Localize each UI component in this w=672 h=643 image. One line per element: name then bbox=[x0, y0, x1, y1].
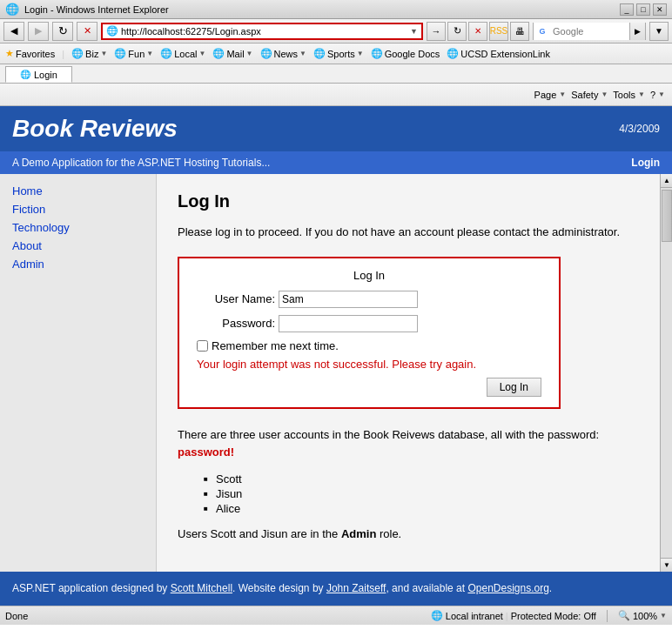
stop-icon-btn[interactable]: ✕ bbox=[468, 22, 487, 41]
search-go-button[interactable]: ▶ bbox=[629, 23, 645, 40]
fav-fun-arrow: ▼ bbox=[146, 50, 153, 57]
scrollbar[interactable]: ▲ ▼ bbox=[660, 174, 672, 572]
site-date: 4/3/2009 bbox=[619, 123, 660, 135]
login-tab[interactable]: 🌐 Login bbox=[5, 66, 72, 83]
status-zone: 🌐 Local intranet | Protected Mode: Off bbox=[431, 610, 596, 621]
close-button[interactable]: ✕ bbox=[653, 3, 667, 16]
fav-sports[interactable]: 🌐 Sports ▼ bbox=[313, 48, 364, 59]
fav-biz[interactable]: 🌐 Biz ▼ bbox=[71, 48, 107, 59]
help-dropdown-icon: ▼ bbox=[658, 90, 665, 98]
address-text: http://localhost:62275/Login.aspx bbox=[121, 26, 261, 37]
search-options-button[interactable]: ▼ bbox=[649, 22, 669, 41]
user-jisun: Jisun bbox=[204, 487, 639, 500]
status-bar: Done 🌐 Local intranet | Protected Mode: … bbox=[0, 606, 672, 625]
nav-fiction[interactable]: Fiction bbox=[12, 203, 144, 216]
fav-fun[interactable]: 🌐 Fun ▼ bbox=[114, 48, 153, 59]
tab-bar: 🌐 Login bbox=[0, 64, 672, 84]
nav-admin[interactable]: Admin bbox=[12, 258, 144, 271]
fav-news[interactable]: 🌐 News ▼ bbox=[260, 48, 306, 59]
admin-note-suffix: role. bbox=[376, 527, 401, 540]
footer-middle: . Website design by bbox=[232, 582, 326, 594]
nav-home[interactable]: Home bbox=[12, 184, 144, 198]
site-header: Book Reviews 4/3/2009 bbox=[0, 106, 672, 151]
fav-google-docs-label: Google Docs bbox=[385, 49, 440, 59]
login-submit-button[interactable]: Log In bbox=[487, 378, 541, 397]
favorites-bar: ★ Favorites | 🌐 Biz ▼ 🌐 Fun ▼ 🌐 Local ▼ … bbox=[0, 44, 672, 64]
address-bar-container: 🌐 http://localhost:62275/Login.aspx ▼ bbox=[101, 23, 423, 40]
left-nav: Home Fiction Technology About Admin bbox=[0, 174, 157, 572]
page-icon: 🌐 bbox=[106, 25, 118, 37]
address-dropdown-arrow[interactable]: ▼ bbox=[410, 27, 418, 36]
scroll-thumb[interactable] bbox=[662, 190, 672, 242]
remember-checkbox[interactable] bbox=[197, 340, 208, 352]
footer-author1[interactable]: Scott Mitchell bbox=[171, 582, 232, 594]
address-bar[interactable]: 🌐 http://localhost:62275/Login.aspx ▼ bbox=[101, 23, 423, 40]
back-button[interactable]: ◀ bbox=[3, 22, 24, 41]
nav-technology[interactable]: Technology bbox=[12, 221, 144, 234]
refresh-icon-btn[interactable]: ↻ bbox=[447, 22, 467, 41]
password-row: Password: bbox=[197, 315, 541, 332]
window-title: Login - Windows Internet Explorer bbox=[24, 4, 620, 15]
safety-menu[interactable]: Safety ▼ bbox=[571, 90, 608, 100]
password-input[interactable] bbox=[279, 315, 418, 332]
toolbar-icons: → ↻ ✕ RSS 🖶 bbox=[427, 22, 529, 41]
page-menu[interactable]: Page ▼ bbox=[534, 90, 567, 100]
zoom-icon: 🔍 bbox=[618, 610, 630, 621]
search-input[interactable] bbox=[551, 23, 629, 40]
footer-author2[interactable]: John Zaitseff bbox=[326, 582, 386, 594]
status-done: Done bbox=[5, 611, 431, 621]
help-menu[interactable]: ? ▼ bbox=[650, 90, 665, 100]
scroll-down-button[interactable]: ▼ bbox=[661, 558, 672, 572]
scroll-track bbox=[661, 188, 672, 558]
print-button[interactable]: 🖶 bbox=[510, 22, 529, 41]
footer-end: . bbox=[549, 582, 552, 594]
nav-about[interactable]: About bbox=[12, 239, 144, 252]
star-icon: ★ bbox=[5, 48, 14, 59]
tab-label: Login bbox=[34, 70, 57, 80]
protected-mode-label: Protected Mode: Off bbox=[511, 611, 596, 621]
favorites-separator: | bbox=[62, 49, 64, 59]
username-input[interactable] bbox=[279, 291, 418, 308]
fav-local-label: Local bbox=[174, 49, 197, 59]
fav-ucsd[interactable]: 🌐 UCSD ExtensionLink bbox=[447, 48, 550, 59]
fav-fun-icon: 🌐 bbox=[114, 48, 126, 59]
site-title: Book Reviews bbox=[12, 115, 178, 143]
go-button[interactable]: → bbox=[427, 22, 446, 41]
zone-icon: 🌐 bbox=[431, 610, 443, 621]
site-footer: ASP.NET application designed by Scott Mi… bbox=[0, 572, 672, 606]
footer-site[interactable]: OpenDesigns.org bbox=[467, 582, 548, 594]
rss-button[interactable]: RSS bbox=[489, 22, 508, 41]
safety-menu-label: Safety bbox=[571, 90, 598, 100]
zone-label: Local intranet bbox=[446, 611, 503, 621]
remember-row: Remember me next time. bbox=[197, 339, 541, 352]
tools-menu-label: Tools bbox=[613, 90, 635, 100]
fav-google-docs[interactable]: 🌐 Google Docs bbox=[371, 48, 440, 59]
fav-sports-label: Sports bbox=[327, 49, 355, 59]
minimize-button[interactable]: _ bbox=[620, 3, 634, 16]
scroll-up-button[interactable]: ▲ bbox=[661, 174, 672, 188]
fav-local[interactable]: 🌐 Local ▼ bbox=[160, 48, 205, 59]
fav-biz-arrow: ▼ bbox=[100, 50, 107, 57]
password-word: password! bbox=[178, 445, 234, 459]
tools-dropdown-icon: ▼ bbox=[638, 90, 645, 98]
info-text-prefix: There are three user accounts in the Boo… bbox=[178, 428, 599, 441]
fav-local-icon: 🌐 bbox=[160, 48, 172, 59]
restore-button[interactable]: □ bbox=[636, 3, 650, 16]
fav-mail[interactable]: 🌐 Mail ▼ bbox=[212, 48, 252, 59]
favorites-button[interactable]: ★ Favorites bbox=[5, 48, 55, 59]
stop-button[interactable]: ✕ bbox=[77, 22, 97, 41]
google-icon: G bbox=[534, 23, 551, 40]
refresh-button[interactable]: ↻ bbox=[52, 22, 73, 41]
command-bar: Page ▼ Safety ▼ Tools ▼ ? ▼ bbox=[0, 84, 672, 106]
site-login-link[interactable]: Login bbox=[631, 157, 660, 169]
forward-button[interactable]: ▶ bbox=[28, 22, 49, 41]
title-bar: 🌐 Login - Windows Internet Explorer _ □ … bbox=[0, 0, 672, 19]
fav-google-docs-icon: 🌐 bbox=[371, 48, 383, 59]
fav-ucsd-label: UCSD ExtensionLink bbox=[460, 49, 550, 59]
window-controls: _ □ ✕ bbox=[620, 3, 667, 16]
remember-label: Remember me next time. bbox=[212, 339, 339, 352]
zoom-control[interactable]: 🔍 100% ▼ bbox=[618, 610, 667, 621]
tools-menu[interactable]: Tools ▼ bbox=[613, 90, 645, 100]
intro-text: Please log in to proceed. If you do not … bbox=[178, 224, 639, 241]
fav-fun-label: Fun bbox=[128, 49, 144, 59]
